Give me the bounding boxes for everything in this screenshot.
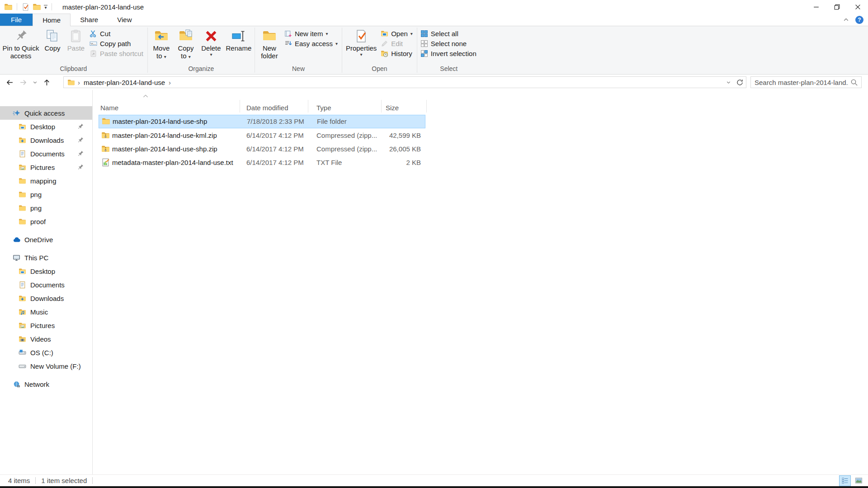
column-resize-handle[interactable] (426, 100, 427, 113)
select-none-button[interactable]: Select none (420, 40, 476, 47)
ribbon-separator (255, 28, 255, 73)
up-button[interactable] (40, 76, 53, 89)
navigation-pane: Quick access Desktop Downloads Documents… (0, 90, 93, 474)
easy-access-button[interactable]: Easy access▾ (284, 40, 338, 47)
sidebar-item-downloads-pinned[interactable]: Downloads (0, 133, 92, 147)
group-label-select: Select (419, 65, 479, 74)
help-icon[interactable]: ? (855, 16, 863, 24)
sidebar-item-pc-documents[interactable]: Documents (0, 278, 92, 291)
search-input[interactable] (751, 79, 850, 86)
file-row-selected[interactable]: master-plan-2014-land-use-shp 7/18/2018 … (99, 115, 425, 128)
sidebar-item-desktop-pinned[interactable]: Desktop (0, 120, 92, 133)
breadcrumb-chevron-icon[interactable]: › (169, 79, 171, 86)
column-header-size[interactable]: Size (386, 104, 399, 112)
refresh-button[interactable] (734, 76, 746, 88)
copy-to-button[interactable]: Copy to ▾ (174, 27, 198, 60)
sidebar-item-onedrive[interactable]: OneDrive (0, 233, 92, 246)
new-item-button[interactable]: New item▾ (284, 30, 338, 38)
breadcrumb[interactable]: master-plan-2014-land-use (84, 79, 165, 86)
select-all-button[interactable]: Select all (420, 30, 476, 38)
details-view-button[interactable] (839, 475, 851, 486)
copy-path-button[interactable]: Copy path (90, 40, 143, 47)
address-dropdown-caret[interactable] (723, 80, 734, 85)
cut-button[interactable]: Cut (90, 30, 143, 38)
forward-button (16, 76, 30, 89)
tab-view[interactable]: View (108, 14, 141, 26)
restore-button[interactable] (826, 0, 847, 14)
sidebar-item-proof[interactable]: proof (0, 215, 92, 228)
tab-home[interactable]: Home (33, 14, 71, 26)
file-row[interactable]: master-plan-2014-land-use-shp.zip 6/14/2… (99, 142, 425, 155)
drive-icon (19, 362, 26, 370)
sidebar-item-pc-pictures[interactable]: Pictures (0, 319, 92, 332)
sidebar-item-os-c-drive[interactable]: OS (C:) (0, 346, 92, 359)
sidebar-item-mapping[interactable]: mapping (0, 174, 92, 188)
sidebar-item-network[interactable]: Network (0, 377, 92, 391)
sidebar-item-pc-videos[interactable]: Videos (0, 332, 92, 346)
sidebar-item-png-2[interactable]: png (0, 201, 92, 215)
delete-button[interactable]: Delete ▾ (198, 27, 224, 56)
folder-icon (19, 191, 26, 198)
sidebar-item-this-pc[interactable]: This PC (0, 251, 92, 264)
breadcrumb-chevron-icon[interactable]: › (78, 79, 80, 86)
tab-file[interactable]: File (0, 14, 33, 26)
divider (92, 477, 93, 484)
column-header-name[interactable]: Name (100, 104, 118, 112)
ribbon: Pin to Quick access Copy Paste Cut Copy … (0, 26, 868, 75)
address-bar[interactable]: › master-plan-2014-land-use › (63, 76, 734, 88)
pictures-folder-icon (19, 164, 26, 171)
open-button[interactable]: Open▾ (381, 30, 413, 38)
folder-icon (102, 115, 110, 127)
new-folder-button[interactable]: New folder (256, 27, 283, 60)
group-label-open: Open (344, 65, 415, 74)
pushpin-icon (14, 29, 28, 43)
sidebar-item-new-volume-f-drive[interactable]: New Volume (F:) (0, 359, 92, 373)
column-resize-handle[interactable] (240, 100, 240, 113)
column-header-type[interactable]: Type (316, 104, 331, 112)
minimize-button[interactable] (806, 0, 826, 14)
paste-shortcut-button: Paste shortcut (90, 50, 143, 57)
windows-drive-icon (19, 349, 26, 357)
tab-share[interactable]: Share (71, 14, 108, 26)
column-resize-handle[interactable] (381, 100, 382, 113)
search-icon[interactable] (850, 79, 858, 86)
qat-customize-caret[interactable]: ▾ (44, 5, 47, 9)
ribbon-separator (417, 28, 417, 73)
sidebar-item-documents-pinned[interactable]: Documents (0, 147, 92, 160)
column-resize-handle[interactable] (308, 100, 308, 113)
sidebar-item-quick-access[interactable]: Quick access (0, 106, 92, 120)
sidebar-item-pc-downloads[interactable]: Downloads (0, 291, 92, 305)
sidebar-item-pictures-pinned[interactable]: Pictures (0, 160, 92, 174)
recent-locations-caret[interactable] (30, 76, 40, 89)
text-file-icon (101, 155, 110, 169)
pin-icon (76, 150, 84, 158)
file-row[interactable]: master-plan-2014-land-use-kml.zip 6/14/2… (99, 128, 425, 142)
qat-properties-button[interactable] (21, 3, 30, 11)
new-folder-icon (262, 29, 277, 43)
folder-icon (19, 218, 26, 225)
invert-selection-button[interactable]: Invert selection (420, 50, 476, 57)
ribbon-separator (342, 28, 342, 73)
move-to-button[interactable]: Move to ▾ (149, 27, 174, 60)
copy-icon (45, 29, 60, 43)
back-button[interactable] (3, 76, 16, 89)
ribbon-group-select: Select all Select none Invert selection … (418, 26, 480, 74)
sidebar-item-pc-desktop[interactable]: Desktop (0, 264, 92, 278)
properties-button[interactable]: Properties ▾ (344, 27, 379, 56)
rename-button[interactable]: Rename (224, 27, 253, 52)
search-box (750, 76, 862, 88)
file-row[interactable]: metadata-master-plan-2014-land-use.txt 6… (99, 155, 425, 169)
collapse-ribbon-icon[interactable] (842, 16, 850, 23)
column-header-date-modified[interactable]: Date modified (246, 104, 288, 112)
close-button[interactable] (847, 0, 868, 14)
dropdown-caret: ▾ (210, 53, 212, 56)
sidebar-item-pc-music[interactable]: Music (0, 305, 92, 319)
pin-icon (76, 123, 84, 131)
copy-button[interactable]: Copy (41, 27, 64, 52)
qat-new-folder-button[interactable] (33, 3, 41, 11)
thumbnails-view-button[interactable] (853, 475, 864, 486)
paste-shortcut-icon (90, 50, 97, 57)
pin-to-quick-access-button[interactable]: Pin to Quick access (1, 27, 41, 60)
sidebar-item-png[interactable]: png (0, 188, 92, 201)
history-button[interactable]: History (381, 50, 413, 57)
